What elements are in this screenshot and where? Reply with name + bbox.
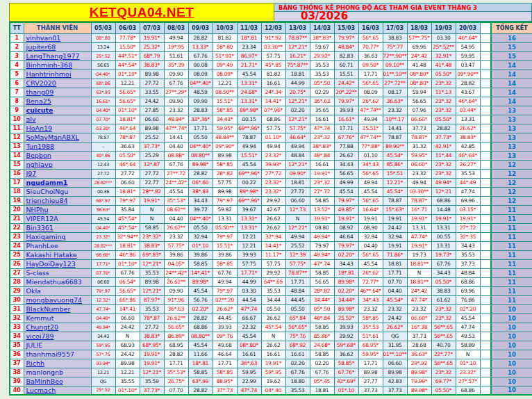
score-cell: 00.15 xyxy=(237,115,261,124)
score-cell: 56**.65 xyxy=(431,332,456,341)
member-name[interactable]: jupiter68 xyxy=(24,42,91,51)
score-cell: 01*.10 xyxy=(456,359,480,368)
score-cell: 79*.97 xyxy=(213,232,237,241)
score-cell: 48.84 xyxy=(456,268,480,277)
score-cell: 12*.21* xyxy=(285,42,310,51)
score-cell: 67.76 xyxy=(431,259,456,268)
score-cell: 08*.80* xyxy=(407,79,431,88)
score-cell: 06.60 xyxy=(91,277,115,286)
score-cell: 63*.93 xyxy=(91,88,115,97)
score-cell: 12*.73 xyxy=(285,205,310,214)
member-name[interactable]: alv xyxy=(24,115,91,124)
member-name[interactable]: HoAn19 xyxy=(24,124,91,133)
score-cell: 57.75 xyxy=(237,259,261,268)
total-score: 11 xyxy=(491,241,532,250)
member-name[interactable]: SoMayManABXL xyxy=(24,133,91,142)
score-cell: 39.93 xyxy=(237,250,261,259)
member-name[interactable]: NHPhu xyxy=(24,205,91,214)
spacer-cell xyxy=(480,97,491,106)
score-cell: 21.71* xyxy=(237,60,261,70)
member-name[interactable]: Binhminh-368 xyxy=(24,60,91,70)
score-cell: 57.75* xyxy=(164,241,188,250)
member-name[interactable]: Richh xyxy=(24,359,91,368)
score-cell: 29.92 xyxy=(261,196,285,205)
score-cell: 19.91 xyxy=(383,241,407,250)
score-cell: 24*.34 xyxy=(261,88,285,97)
score-cell: 67.76 xyxy=(164,160,188,169)
spacer-cell xyxy=(480,332,491,341)
member-name[interactable]: ngudamm1 xyxy=(24,178,91,187)
member-name[interactable]: Bepbon xyxy=(24,151,91,160)
col-header-date: 18/03 xyxy=(407,22,431,33)
score-cell: 47*.74 xyxy=(237,386,261,395)
score-cell: 69**.96* xyxy=(237,124,261,133)
score-cell: 25*.52** xyxy=(431,42,456,51)
member-name[interactable]: mongbavuong74 xyxy=(24,295,91,304)
member-name[interactable]: thang09 xyxy=(24,88,91,97)
member-name[interactable]: Tun1988 xyxy=(24,142,91,151)
score-cell: 28.68 xyxy=(407,341,431,350)
member-name[interactable]: Chungt20 xyxy=(24,323,91,332)
score-cell: 04.40 xyxy=(164,142,188,151)
score-cell: 13.31 xyxy=(213,214,237,223)
total-score: 11 xyxy=(491,232,532,241)
score-cell: 26.62** xyxy=(164,277,188,286)
row-number: 35 xyxy=(10,341,24,350)
spacer-cell xyxy=(480,241,491,250)
member-name[interactable]: Lucmach xyxy=(24,386,91,395)
score-cell: 37.73* xyxy=(431,133,456,142)
member-name[interactable]: Bin3361 xyxy=(24,223,91,232)
score-cell: 56.65 xyxy=(334,169,358,178)
member-name[interactable]: Haxigaming xyxy=(24,232,91,241)
member-name[interactable]: cuicute xyxy=(24,106,91,115)
member-name[interactable]: CRV2020 xyxy=(24,79,91,88)
score-cell: 23.32 xyxy=(407,169,431,178)
member-name[interactable]: Bena25 xyxy=(24,97,91,106)
member-name[interactable]: Hanhtrinhmoi xyxy=(24,70,91,79)
score-cell: 23.34 xyxy=(237,42,261,51)
member-name[interactable]: LangThang1977 xyxy=(24,51,91,60)
member-name[interactable]: vinhvan01 xyxy=(24,33,91,42)
score-cell: 39.86 xyxy=(188,250,213,259)
row-number: 31 xyxy=(10,304,24,314)
member-name[interactable]: J97 xyxy=(24,169,91,178)
site-logo[interactable]: KETQUA04.NET xyxy=(9,3,274,22)
score-cell: 24.42 xyxy=(383,314,407,323)
table-row: 34vicoi78934.43N38.83*86.89*08.80**09*.7… xyxy=(10,332,532,341)
score-cell: 32*.94** xyxy=(115,232,140,241)
score-cell: 81.82 xyxy=(213,33,237,42)
score-cell: 27.72 xyxy=(140,169,164,178)
score-cell: 18.81 xyxy=(285,70,310,79)
score-cell: 35.53 xyxy=(310,60,334,70)
score-cell: 02.20* xyxy=(334,286,358,295)
score-cell: 31.32 xyxy=(407,142,431,151)
score-cell: 27.72 xyxy=(115,169,140,178)
spacer-cell xyxy=(480,133,491,142)
member-name[interactable]: BaMinhBeo xyxy=(24,377,91,386)
score-cell: 49.94* xyxy=(310,250,334,259)
score-cell: 89.98 xyxy=(115,359,140,368)
score-cell: 05.50 xyxy=(188,133,213,142)
score-cell: 45*.85 xyxy=(261,60,285,70)
score-cell: 28*.82 xyxy=(213,169,237,178)
table-row: 22Bin336104.40*45*.54*58.8526.62**05.500… xyxy=(10,223,532,232)
score-cell: 77.78* xyxy=(115,33,140,42)
member-name[interactable]: HayDoiDay123 xyxy=(24,259,91,268)
score-cell: 24*.42 xyxy=(407,286,431,295)
score-cell: 14.41* xyxy=(261,97,285,106)
score-cell: 05.50* xyxy=(115,151,140,160)
score-cell: 26.62 xyxy=(261,314,285,323)
member-name[interactable]: nghiavp xyxy=(24,160,91,169)
score-cell: 12.21 xyxy=(237,232,261,241)
table-row: 7thang0963*.9356.65*33.5527**.29*48.5908… xyxy=(10,88,532,97)
member-name[interactable]: vicoi789 xyxy=(24,332,91,341)
member-name[interactable]: Kakashi Hatake xyxy=(24,250,91,259)
member-name[interactable]: trienchieu84 xyxy=(24,196,91,205)
score-cell: 19.91* xyxy=(310,169,334,178)
total-score: 14 xyxy=(491,60,532,70)
member-name[interactable]: BlackNumber xyxy=(24,304,91,314)
score-cell: 16.61 xyxy=(310,115,334,124)
score-cell: 47*.74 xyxy=(237,304,261,314)
total-score: 13 xyxy=(491,124,532,133)
score-cell: 49.94 xyxy=(358,115,383,124)
